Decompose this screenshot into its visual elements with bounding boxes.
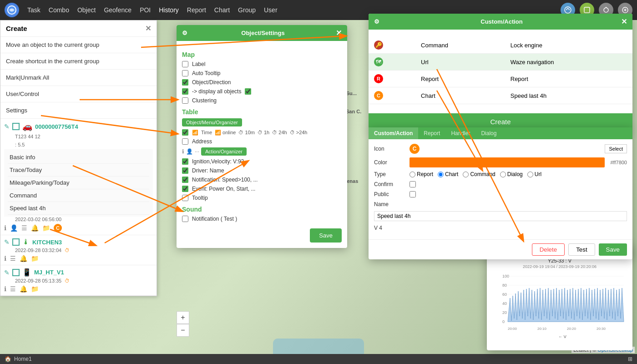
cb-notification[interactable] xyxy=(182,177,188,183)
menu-move-object[interactable]: Move an object to the current group xyxy=(0,37,157,53)
cb-event[interactable] xyxy=(182,186,188,192)
radio-url[interactable]: Url xyxy=(527,171,541,177)
submenu-trace-today[interactable]: Trace/Today xyxy=(8,164,149,177)
nav-object[interactable]: Object xyxy=(77,6,96,14)
menu-settings[interactable]: Settings xyxy=(0,102,157,119)
nav-chart[interactable]: Chart xyxy=(214,6,230,14)
obj-name-0[interactable]: 00000007756T4 xyxy=(35,123,78,130)
cb-time[interactable] xyxy=(182,129,188,136)
custom-row-0[interactable]: 🔑 Command Lock engine xyxy=(369,37,632,54)
cb-driver[interactable] xyxy=(182,167,188,174)
action-info-2[interactable]: ℹ xyxy=(4,285,6,293)
nav-geofence[interactable]: Geofence xyxy=(104,6,131,14)
edit-icon-1[interactable]: ✎ xyxy=(4,238,10,246)
cb-ignition[interactable] xyxy=(182,158,188,165)
cb-display-all[interactable] xyxy=(182,88,188,95)
edit-public-checkbox[interactable] xyxy=(410,191,416,197)
app-logo[interactable] xyxy=(5,3,19,17)
car-icon-0: 🚗 xyxy=(22,121,32,131)
custom-type-3: Chart xyxy=(415,87,505,104)
zoom-out-button[interactable]: − xyxy=(177,324,189,337)
action-folder-2[interactable]: 📁 xyxy=(31,285,39,293)
nav-report[interactable]: Report xyxy=(187,6,206,14)
action-tag[interactable]: Action/Organizer xyxy=(201,147,247,156)
cb-address[interactable] xyxy=(182,138,188,145)
edit-icon-0[interactable]: ✎ xyxy=(4,123,10,130)
dropdown-close[interactable]: ✕ xyxy=(145,24,151,33)
custom-row-1[interactable]: 🗺 Url Waze navigation xyxy=(369,54,632,71)
nav-combo[interactable]: Combo xyxy=(49,6,69,14)
cb-label[interactable] xyxy=(182,61,188,67)
label-object-direction: Object/Direction xyxy=(192,79,231,86)
edit-icon-2[interactable]: ✎ xyxy=(4,269,10,276)
edit-save-button[interactable]: Save xyxy=(599,243,627,256)
radio-chart[interactable]: Chart xyxy=(438,171,458,177)
edit-confirm-checkbox[interactable] xyxy=(410,181,416,187)
submenu-basic-info[interactable]: Basic info xyxy=(8,151,149,164)
nav-user[interactable]: User xyxy=(264,6,278,14)
cb-object-direction[interactable] xyxy=(182,79,188,86)
bottom-icon[interactable]: ⊞ xyxy=(628,356,632,362)
cb-tooltip[interactable] xyxy=(182,195,188,201)
menu-mark-unmark[interactable]: Mark|Unmark All xyxy=(0,70,157,86)
organizer-tag[interactable]: Object/Menu/Organizer xyxy=(182,118,242,126)
nav-poi[interactable]: POI xyxy=(140,6,151,14)
menu-user-control[interactable]: User/Control xyxy=(0,86,157,102)
action-c-0[interactable]: C xyxy=(54,224,62,232)
custom-row-2[interactable]: R Report Report xyxy=(369,71,632,87)
cb-notification-sound[interactable] xyxy=(182,216,188,222)
square-icon-1[interactable] xyxy=(12,238,20,246)
edit-delete-button[interactable]: Delete xyxy=(532,243,565,256)
label-driver: Driver: Name xyxy=(192,167,224,174)
action-folder-0[interactable]: 📁 xyxy=(42,224,50,232)
custom-icon-3: C xyxy=(374,91,383,100)
action-bell-1[interactable]: 🔔 xyxy=(20,255,27,262)
label-display-all: -> display all objects xyxy=(192,88,241,95)
custom-row-3[interactable]: C Chart Speed last 4h xyxy=(369,87,632,104)
chart-panel: 📊 Chart ⋯ Y25-33 : V 2022-09-19 19:04 / … xyxy=(487,243,632,350)
action-list-1[interactable]: ☰ xyxy=(10,255,16,262)
edit-test-button[interactable]: Test xyxy=(568,243,595,256)
cb-auto-tooltip[interactable] xyxy=(182,70,188,76)
nav-task[interactable]: Task xyxy=(27,6,40,14)
submenu-speed-4h[interactable]: Speed last 4h xyxy=(8,202,149,215)
action-info-0[interactable]: ℹ xyxy=(4,224,6,232)
action-user-0[interactable]: 👤 xyxy=(10,224,18,232)
edit-type-row: Type Report Chart Command Dialog Url xyxy=(374,171,627,177)
obj-name-1[interactable]: KITCHEN3 xyxy=(32,239,62,246)
radio-command[interactable]: Command xyxy=(463,171,495,177)
radio-report[interactable]: Report xyxy=(410,171,433,177)
action-folder-1[interactable]: 📁 xyxy=(31,255,39,262)
cb-display-all-check[interactable] xyxy=(245,88,251,95)
obj-name-2[interactable]: MJ_HT_V1 xyxy=(34,269,64,276)
square-icon-2[interactable] xyxy=(12,269,20,276)
edit-tab-handler[interactable]: Handler xyxy=(445,127,475,139)
action-list-2[interactable]: ☰ xyxy=(10,285,16,293)
dropdown-menu: Create ✕ Move an object to the current g… xyxy=(0,20,157,296)
edit-icon-value: C xyxy=(410,144,420,154)
cb-clustering[interactable] xyxy=(182,97,188,104)
action-info-1[interactable]: ℹ xyxy=(4,255,6,262)
settings-save-button[interactable]: Save xyxy=(310,228,342,243)
action-bell-2[interactable]: 🔔 xyxy=(20,285,27,293)
menu-create-shortcut[interactable]: Create shortcut in the current group xyxy=(0,53,157,70)
submenu-mileage[interactable]: Mileage/Parking/Today xyxy=(8,177,149,189)
custom-modal-close[interactable]: ✕ xyxy=(621,17,627,26)
settings-modal-close[interactable]: ✕ xyxy=(336,29,342,37)
submenu-command[interactable]: Command xyxy=(8,189,149,202)
zoom-in-button[interactable]: + xyxy=(177,311,189,324)
nav-history[interactable]: History xyxy=(159,6,179,14)
edit-color-bar[interactable] xyxy=(410,157,605,167)
action-bell-0[interactable]: 🔔 xyxy=(31,224,39,232)
custom-type-1: Url xyxy=(415,54,505,71)
edit-tab-dialog[interactable]: Dialog xyxy=(475,127,502,139)
svg-text:20:00: 20:00 xyxy=(508,327,517,331)
radio-dialog[interactable]: Dialog xyxy=(500,171,523,177)
nav-group[interactable]: Group xyxy=(238,6,256,14)
edit-tab-custom[interactable]: Custom/Action xyxy=(369,127,418,139)
action-list-0[interactable]: ☰ xyxy=(21,224,27,232)
edit-select-button[interactable]: Select xyxy=(605,144,627,153)
edit-tab-report[interactable]: Report xyxy=(418,127,445,139)
edit-name-input[interactable] xyxy=(374,211,627,221)
square-icon-0[interactable] xyxy=(12,123,20,130)
